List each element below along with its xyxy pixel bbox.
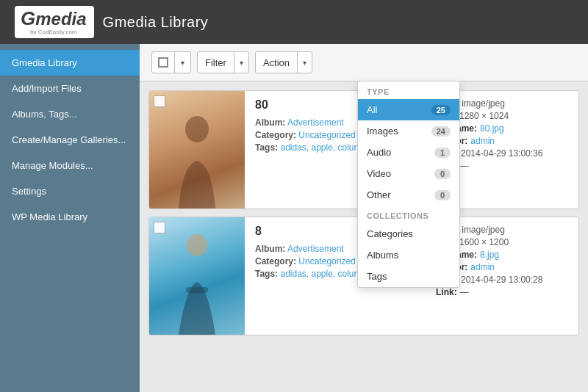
select-all-checkbox[interactable] [158, 57, 168, 68]
detail-filename-value-8[interactable]: 8.jpg [480, 250, 499, 260]
svg-point-1 [187, 234, 207, 256]
sidebar-item-albums-tags[interactable]: Albums, Tags... [0, 101, 140, 127]
detail-date-value-8: 2014-04-29 13:00:28 [461, 275, 542, 285]
sidebar-item-create-galleries[interactable]: Create/Manage Galleries... [0, 127, 140, 153]
meta-album-value-8[interactable]: Advertisement [287, 244, 344, 254]
type-section-label: TYPE [358, 81, 459, 99]
logo-sub: by CodEasily.com [21, 29, 87, 35]
filter-option-other-badge: 0 [434, 190, 451, 200]
filter-option-video-badge: 0 [434, 169, 451, 179]
filter-option-video-label: Video [367, 168, 391, 179]
detail-link-label-8: Link: [436, 287, 457, 297]
filter-option-audio-badge: 1 [434, 148, 451, 158]
meta-category-value-8[interactable]: Uncategorized [298, 256, 355, 266]
media-thumbnail-8[interactable] [149, 217, 245, 335]
toolbar: ▾ Filter ▾ Action ▾ TYPE All 25 Images [140, 44, 588, 81]
meta-category-label-8: Category: [255, 256, 296, 266]
sidebar-item-settings[interactable]: Settings [0, 178, 140, 204]
detail-type-value-80: image/jpeg [462, 98, 505, 109]
filter-option-albums[interactable]: Albums [358, 244, 459, 266]
action-label: Action [256, 52, 297, 73]
filter-option-albums-label: Albums [367, 250, 398, 261]
sidebar-item-manage-modules[interactable]: Manage Modules... [0, 153, 140, 178]
detail-size-value-8: 1600 × 1200 [459, 237, 509, 247]
filter-option-categories-label: Categories [367, 228, 413, 239]
filter-option-images-label: Images [367, 126, 398, 137]
chevron-down-icon: ▾ [181, 59, 184, 67]
filter-option-other-label: Other [367, 189, 391, 200]
filter-option-categories[interactable]: Categories [358, 223, 459, 244]
svg-rect-2 [186, 287, 208, 293]
sidebar-item-wp-media[interactable]: WP Media Library [0, 204, 140, 230]
logo-box: G media by CodEasily.com [15, 6, 94, 38]
filter-dropdown-menu: TYPE All 25 Images 24 Audio 1 Video 0 [357, 81, 460, 288]
media-image-80 [149, 91, 245, 208]
filter-option-tags-label: Tags [367, 271, 387, 282]
filter-option-all-badge: 25 [431, 105, 451, 115]
item-checkbox-8[interactable] [154, 222, 165, 233]
checkbox-dropdown-arrow[interactable]: ▾ [175, 52, 190, 73]
action-arrow-icon[interactable]: ▾ [297, 52, 312, 73]
meta-tags-label-8: Tags: [255, 269, 278, 279]
main-layout: Gmedia Library Add/Import Files Albums, … [0, 44, 588, 392]
logo-g: G [21, 9, 35, 28]
meta-album-value-80[interactable]: Advertisement [287, 117, 344, 128]
filter-arrow-icon[interactable]: ▾ [234, 52, 248, 73]
detail-type-value-8: image/jpeg [462, 225, 505, 235]
item-checkbox-80[interactable] [154, 95, 165, 107]
meta-album-label-80: Album: [255, 117, 285, 128]
meta-tags-label-80: Tags: [255, 142, 278, 153]
meta-category-label-80: Category: [255, 130, 296, 140]
detail-link-value-80: — [460, 161, 469, 171]
detail-size-value-80: 1280 × 1024 [459, 111, 509, 121]
action-button[interactable]: Action ▾ [255, 51, 312, 73]
detail-link-8: Link: — [436, 287, 568, 297]
person-silhouette-icon [168, 113, 226, 208]
filter-option-images-badge: 24 [431, 126, 451, 137]
sidebar-item-gmedia-library[interactable]: Gmedia Library [0, 50, 140, 76]
filter-button[interactable]: Filter ▾ [197, 51, 249, 73]
media-thumbnail-80[interactable] [149, 91, 245, 208]
top-bar: G media by CodEasily.com Gmedia Library [0, 0, 588, 44]
detail-filename-value-80[interactable]: 80.jpg [480, 123, 504, 134]
collections-section-label: COLLECTIONS [358, 206, 459, 223]
detail-link-value-8: — [460, 287, 469, 297]
media-image-8 [149, 217, 245, 335]
detail-date-value-80: 2014-04-29 13:00:36 [461, 148, 542, 159]
filter-option-audio-label: Audio [367, 147, 391, 158]
filter-option-all[interactable]: All 25 [358, 99, 459, 120]
filter-option-other[interactable]: Other 0 [358, 184, 459, 206]
svg-point-0 [185, 116, 209, 142]
sidebar-item-add-import[interactable]: Add/Import Files [0, 76, 140, 101]
detail-author-value-80[interactable]: admin [470, 136, 495, 146]
logo-area: G media by CodEasily.com Gmedia Library [15, 6, 208, 38]
filter-option-tags[interactable]: Tags [358, 266, 459, 287]
logo-media: media [35, 10, 86, 28]
app-title: Gmedia Library [103, 14, 209, 31]
filter-option-all-label: All [367, 104, 377, 115]
filter-option-audio[interactable]: Audio 1 [358, 142, 459, 163]
meta-album-label-8: Album: [255, 244, 285, 254]
select-all-checkbox-button[interactable]: ▾ [151, 51, 191, 73]
filter-label: Filter [198, 52, 234, 73]
sidebar: Gmedia Library Add/Import Files Albums, … [0, 44, 140, 392]
content-area: ▾ Filter ▾ Action ▾ TYPE All 25 Images [140, 44, 588, 392]
meta-category-value-80[interactable]: Uncategorized [298, 130, 355, 140]
pool-figure-icon [149, 217, 245, 335]
filter-option-images[interactable]: Images 24 [358, 120, 459, 142]
filter-option-video[interactable]: Video 0 [358, 163, 459, 184]
detail-author-value-8[interactable]: admin [470, 262, 495, 272]
checkbox-part[interactable] [152, 52, 174, 73]
